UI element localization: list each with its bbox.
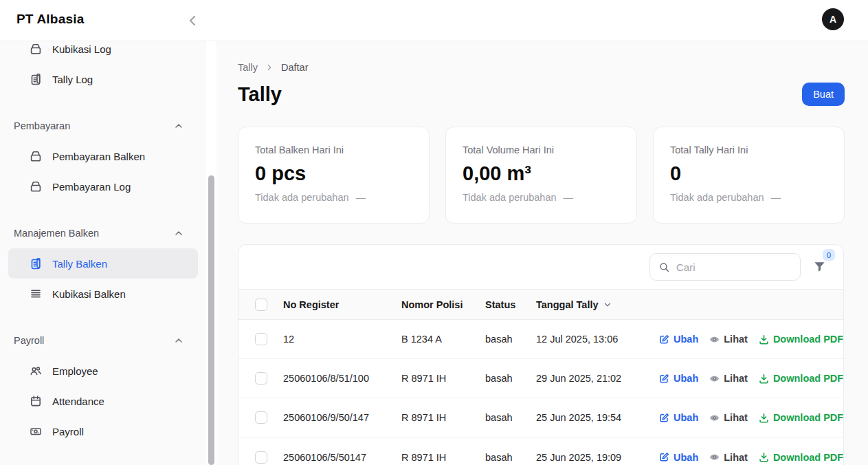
sidebar-item-payroll[interactable]: Payroll bbox=[8, 416, 198, 446]
edit-icon bbox=[658, 412, 670, 424]
breadcrumb-leaf: Daftar bbox=[281, 62, 309, 73]
download-label: Download PDF bbox=[773, 334, 843, 345]
user-avatar[interactable]: A bbox=[822, 8, 844, 30]
edit-label: Ubah bbox=[674, 452, 698, 463]
view-action[interactable]: Lihat bbox=[709, 451, 748, 463]
clipboard-icon bbox=[29, 72, 43, 86]
stat-value: 0 pcs bbox=[255, 162, 412, 185]
funnel-icon bbox=[813, 263, 826, 275]
download-pdf-action[interactable]: Download PDF bbox=[758, 412, 843, 424]
users-icon bbox=[29, 364, 43, 378]
eye-icon bbox=[709, 373, 720, 385]
sidebar-section-payroll[interactable]: Payroll bbox=[0, 325, 206, 356]
view-action[interactable]: Lihat bbox=[709, 412, 748, 424]
cell-no-register: 25060106/8/51/100 bbox=[283, 373, 401, 384]
view-action[interactable]: Lihat bbox=[709, 373, 748, 385]
page-title: Tally bbox=[238, 83, 282, 106]
sidebar-section-manajemen-balken[interactable]: Manajemen Balken bbox=[0, 218, 206, 248]
main-content: Tally Daftar Tally Buat Total Balken Har… bbox=[216, 41, 868, 465]
stat-label: Total Volume Hari Ini bbox=[463, 144, 620, 155]
download-icon bbox=[758, 412, 770, 424]
search-input[interactable] bbox=[676, 261, 792, 273]
filter-count-badge: 0 bbox=[823, 249, 835, 261]
edit-action[interactable]: Ubah bbox=[658, 412, 698, 424]
sidebar-item-label: Attendance bbox=[52, 396, 104, 407]
view-label: Lihat bbox=[724, 452, 748, 463]
top-header: PT Albasia A bbox=[0, 0, 868, 41]
edit-icon bbox=[658, 451, 670, 463]
sidebar: Kubikasi Log Tally Log Pembayaran Pembay… bbox=[0, 41, 206, 465]
calendar-icon bbox=[29, 394, 43, 408]
breadcrumb-root[interactable]: Tally bbox=[238, 62, 258, 73]
sidebar-item-pembayaran-balken[interactable]: Pembayaran Balken bbox=[8, 141, 198, 171]
table-toolbar: 0 bbox=[238, 245, 843, 289]
row-checkbox[interactable] bbox=[255, 411, 267, 424]
sidebar-item-label: Pembayaran Log bbox=[52, 181, 131, 193]
sidebar-item-kubikasi-balken[interactable]: Kubikasi Balken bbox=[8, 279, 198, 309]
section-label: Pembayaran bbox=[14, 120, 70, 131]
view-label: Lihat bbox=[724, 373, 748, 384]
stat-label: Total Balken Hari Ini bbox=[255, 144, 412, 155]
edit-label: Ubah bbox=[674, 412, 698, 423]
column-header-no-register: No Register bbox=[283, 299, 401, 310]
stat-trend: — bbox=[564, 192, 574, 203]
edit-action[interactable]: Ubah bbox=[658, 334, 698, 345]
sidebar-item-label: Kubikasi Log bbox=[52, 43, 111, 55]
table-header-row: No Register Nomor Polisi Status Tanggal … bbox=[238, 289, 843, 320]
download-pdf-action[interactable]: Download PDF bbox=[758, 334, 843, 345]
avatar-initial: A bbox=[830, 14, 836, 25]
sidebar-item-tally-log[interactable]: Tally Log bbox=[8, 64, 198, 94]
sidebar-scrollbar[interactable] bbox=[208, 175, 214, 465]
sidebar-scroll-track bbox=[206, 41, 216, 465]
cell-no-register: 25060106/9/50/147 bbox=[283, 412, 401, 423]
cell-tanggal-tally: 25 Jun 2025, 19:54 bbox=[536, 412, 658, 423]
sort-chevron-down-icon[interactable] bbox=[603, 300, 612, 310]
sidebar-item-pembayaran-log[interactable]: Pembayaran Log bbox=[8, 171, 198, 202]
sidebar-item-label: Employee bbox=[52, 365, 98, 377]
view-label: Lihat bbox=[724, 412, 748, 423]
row-checkbox[interactable] bbox=[255, 451, 267, 464]
view-action[interactable]: Lihat bbox=[709, 334, 748, 345]
search-icon bbox=[658, 261, 670, 273]
stat-note: Tidak ada perubahan bbox=[255, 192, 349, 203]
tally-table-card: 0 No Register Nomor Polisi Status Tangga… bbox=[238, 244, 844, 465]
edit-action[interactable]: Ubah bbox=[658, 451, 698, 463]
stat-card-total-tally: Total Tally Hari Ini 0 Tidak ada perubah… bbox=[653, 127, 845, 224]
sidebar-collapse-button[interactable] bbox=[184, 12, 201, 29]
filter-button[interactable]: 0 bbox=[813, 260, 827, 274]
cell-status: basah bbox=[485, 334, 536, 345]
table-row: 25060106/5/50147 R 8971 IH basah 25 Jun … bbox=[238, 437, 843, 465]
stat-value: 0 bbox=[670, 162, 827, 185]
edit-label: Ubah bbox=[674, 334, 698, 345]
clipboard-icon bbox=[29, 257, 43, 270]
eye-icon bbox=[709, 334, 720, 345]
eye-icon bbox=[709, 412, 720, 424]
archive-box-icon bbox=[29, 42, 43, 56]
cell-nomor-polisi: B 1234 A bbox=[401, 334, 485, 345]
stat-note: Tidak ada perubahan bbox=[670, 192, 764, 203]
download-pdf-action[interactable]: Download PDF bbox=[758, 451, 843, 463]
sidebar-item-label: Kubikasi Balken bbox=[52, 288, 126, 300]
stat-value: 0,00 m³ bbox=[463, 162, 620, 185]
cell-status: basah bbox=[485, 373, 536, 384]
select-all-checkbox[interactable] bbox=[255, 299, 267, 311]
stat-card-total-volume: Total Volume Hari Ini 0,00 m³ Tidak ada … bbox=[445, 127, 637, 224]
row-checkbox[interactable] bbox=[255, 333, 267, 345]
sidebar-item-employee[interactable]: Employee bbox=[8, 356, 198, 386]
stacked-lines-icon bbox=[29, 287, 43, 301]
search-box bbox=[649, 253, 801, 281]
create-button[interactable]: Buat bbox=[802, 83, 845, 106]
row-checkbox[interactable] bbox=[255, 372, 267, 385]
edit-action[interactable]: Ubah bbox=[658, 373, 698, 385]
sidebar-section-pembayaran[interactable]: Pembayaran bbox=[0, 111, 206, 141]
download-pdf-action[interactable]: Download PDF bbox=[758, 373, 843, 385]
sidebar-item-attendance[interactable]: Attendance bbox=[8, 386, 198, 416]
archive-box-icon bbox=[29, 180, 43, 193]
cell-tanggal-tally: 12 Jul 2025, 13:06 bbox=[536, 334, 658, 345]
section-label: Payroll bbox=[14, 335, 44, 346]
download-label: Download PDF bbox=[773, 373, 843, 384]
stat-note: Tidak ada perubahan bbox=[463, 192, 557, 203]
section-label: Manajemen Balken bbox=[14, 228, 99, 239]
stat-trend: — bbox=[771, 192, 781, 203]
sidebar-item-tally-balken[interactable]: Tally Balken bbox=[8, 248, 198, 279]
